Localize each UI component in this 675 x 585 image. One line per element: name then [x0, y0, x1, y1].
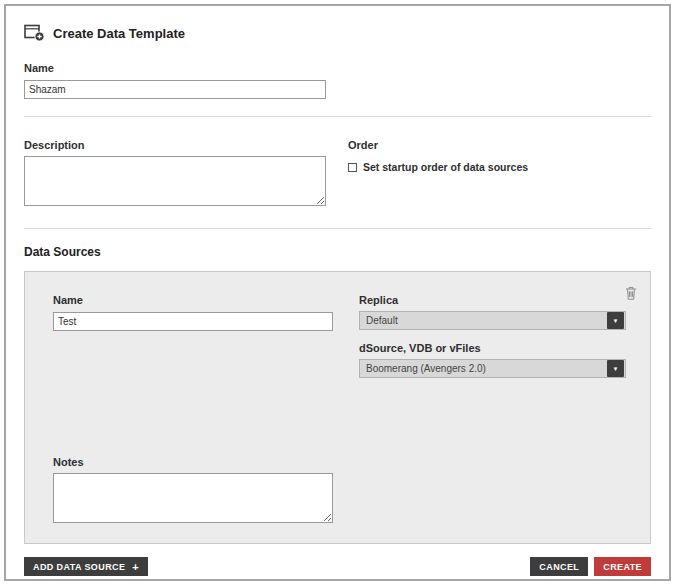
cancel-button[interactable]: CANCEL	[530, 557, 588, 576]
chevron-down-icon: ▼	[607, 360, 624, 377]
data-source-name-label: Name	[53, 294, 333, 306]
description-textarea[interactable]	[24, 156, 326, 206]
add-data-source-button[interactable]: ADD DATA SOURCE +	[24, 557, 148, 576]
template-name-field-group: Name	[24, 62, 651, 99]
trash-icon	[625, 288, 637, 303]
description-label: Description	[24, 139, 326, 151]
chevron-down-icon: ▼	[607, 312, 624, 329]
data-template-add-icon	[24, 24, 45, 42]
create-button-label: CREATE	[603, 562, 642, 572]
create-button[interactable]: CREATE	[594, 557, 651, 576]
dsource-select[interactable]: Boomerang (Avengers 2.0) ▼	[359, 359, 626, 378]
template-name-label: Name	[24, 62, 651, 74]
add-data-source-label: ADD DATA SOURCE	[33, 562, 125, 572]
divider	[24, 116, 651, 117]
startup-order-checkbox[interactable]	[348, 163, 357, 172]
order-label: Order	[348, 139, 528, 151]
replica-label: Replica	[359, 294, 626, 306]
startup-order-checkbox-label: Set startup order of data sources	[363, 161, 528, 173]
dialog-footer: ADD DATA SOURCE + CANCEL CREATE	[24, 557, 651, 576]
replica-field-group: Replica Default ▼	[359, 294, 626, 330]
dsource-label: dSource, VDB or vFiles	[359, 342, 626, 354]
page-title: Create Data Template	[53, 26, 185, 41]
template-name-input[interactable]	[24, 80, 326, 99]
notes-textarea[interactable]	[53, 473, 333, 523]
delete-data-source-button[interactable]	[625, 286, 637, 300]
data-source-card: Name Replica Default ▼ dSource, VDB or v…	[24, 271, 651, 544]
cancel-button-label: CANCEL	[539, 562, 579, 572]
replica-selected-value: Default	[360, 315, 607, 326]
dsource-selected-value: Boomerang (Avengers 2.0)	[360, 363, 607, 374]
create-data-template-dialog: Create Data Template Name Description Or…	[4, 4, 671, 581]
description-field-group: Description	[24, 139, 326, 210]
startup-order-checkbox-row[interactable]: Set startup order of data sources	[348, 161, 528, 173]
divider	[24, 228, 651, 229]
data-source-name-input[interactable]	[53, 312, 333, 331]
dsource-field-group: dSource, VDB or vFiles Boomerang (Avenge…	[359, 342, 626, 378]
data-source-name-group: Name	[53, 294, 333, 378]
replica-select[interactable]: Default ▼	[359, 311, 626, 330]
data-sources-heading: Data Sources	[24, 245, 651, 259]
order-field-group: Order Set startup order of data sources	[348, 139, 528, 210]
dialog-header: Create Data Template	[24, 24, 651, 42]
notes-label: Notes	[53, 456, 622, 468]
notes-field-group: Notes	[53, 456, 622, 527]
